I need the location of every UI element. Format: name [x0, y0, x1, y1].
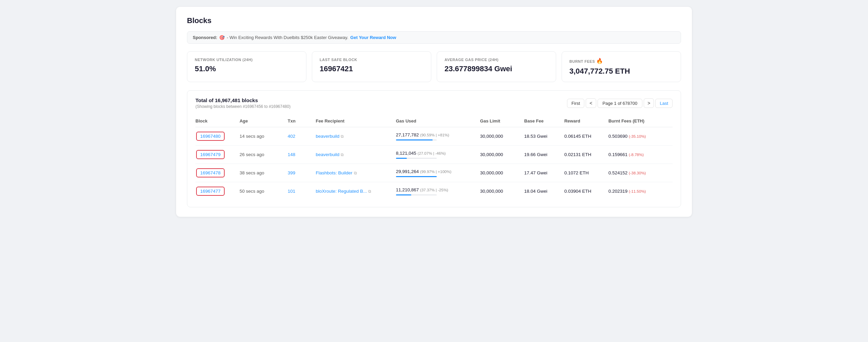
- block-number-link[interactable]: 16967478: [196, 168, 225, 177]
- txn-link[interactable]: 101: [288, 189, 296, 194]
- gas-bar-fill: [396, 176, 437, 177]
- gas-used-main: 8,121,045 (27.07% | -46%): [396, 151, 477, 156]
- table-header-row: Total of 16,967,481 blocks (Showing bloc…: [195, 97, 673, 109]
- burnt-fees-cell: 0.503690 (-35.10%): [608, 127, 673, 146]
- fee-recipient-cell: beaverbuild⧉: [316, 127, 396, 146]
- fee-recipient-cell: Flashbots: Builder⧉: [316, 164, 396, 182]
- stat-label-network: NETWORK UTILIZATION (24H): [195, 58, 299, 62]
- gas-bar-track: [396, 176, 437, 177]
- fee-recipient-link[interactable]: bloXroute: Regulated B...: [316, 189, 367, 194]
- table-row: 1696748014 secs ago402beaverbuild⧉27,177…: [195, 127, 673, 146]
- gas-used-cell: 11,210,867 (37.37% | -25%): [396, 182, 480, 201]
- gas-bar-fill: [396, 139, 433, 140]
- gas-used-main: 29,991,264 (99.97% | +100%): [396, 169, 477, 174]
- gas-used-cell: 27,177,782 (90.59% | +81%): [396, 127, 480, 146]
- base-fee-cell: 18.04 Gwei: [524, 182, 564, 201]
- col-header-reward: Reward: [564, 115, 608, 127]
- sponsored-cta-link[interactable]: Get Your Reward Now: [350, 35, 396, 40]
- table-section: Total of 16,967,481 blocks (Showing bloc…: [187, 90, 681, 207]
- next-page-button[interactable]: >: [644, 98, 654, 108]
- prev-page-button[interactable]: <: [586, 98, 596, 108]
- gas-used-sub: (37.37% | -25%): [420, 188, 448, 192]
- txn-link[interactable]: 399: [288, 170, 296, 175]
- first-page-button[interactable]: First: [567, 99, 584, 108]
- fee-recipient-cell: beaverbuild⧉: [316, 146, 396, 164]
- reward-cell: 0.1072 ETH: [564, 164, 608, 182]
- block-txn-count[interactable]: 399: [288, 164, 316, 182]
- page-title: Blocks: [187, 16, 681, 25]
- stat-value-burnt-fees: 3,047,772.75 ETH: [569, 67, 673, 76]
- stat-value-network: 51.0%: [195, 64, 299, 73]
- sponsored-bar: Sponsored: 🎯 - Win Exciting Rewards With…: [187, 31, 681, 44]
- showing-range-text: (Showing blocks between #16967456 to #16…: [195, 104, 290, 109]
- table-row: 1696747750 secs ago101bloXroute: Regulat…: [195, 182, 673, 201]
- burnt-fees-value: 0.524152: [608, 170, 629, 175]
- block-number-link[interactable]: 16967477: [196, 187, 225, 196]
- gas-limit-cell: 30,000,000: [480, 146, 524, 164]
- stat-value-last-safe: 16967421: [320, 64, 423, 73]
- fee-recipient-link[interactable]: beaverbuild: [316, 134, 339, 139]
- block-number-link[interactable]: 16967480: [196, 132, 225, 141]
- stat-label-burnt-fees: BURNT FEES 🔥: [569, 58, 673, 64]
- reward-cell: 0.06145 ETH: [564, 127, 608, 146]
- txn-link[interactable]: 402: [288, 134, 296, 139]
- table-info: Total of 16,967,481 blocks (Showing bloc…: [195, 97, 290, 109]
- gas-bar-track: [396, 139, 437, 140]
- block-number-cell: 16967479: [195, 146, 240, 164]
- burnt-fees-value: 0.159661: [608, 152, 629, 157]
- block-txn-count[interactable]: 402: [288, 127, 316, 146]
- last-page-button[interactable]: Last: [655, 99, 673, 108]
- gas-used-sub: (27.07% | -46%): [418, 151, 446, 155]
- block-number-cell: 16967480: [195, 127, 240, 146]
- gas-limit-cell: 30,000,000: [480, 164, 524, 182]
- burnt-fees-value: 0.503690: [608, 134, 629, 139]
- col-header-block: Block: [195, 115, 240, 127]
- copy-icon[interactable]: ⧉: [341, 134, 344, 139]
- gas-limit-cell: 30,000,000: [480, 127, 524, 146]
- copy-icon[interactable]: ⧉: [341, 152, 344, 157]
- gas-bar-track: [396, 194, 437, 195]
- burnt-fees-change: (-38.30%): [629, 171, 646, 175]
- block-txn-count[interactable]: 101: [288, 182, 316, 201]
- block-txn-count[interactable]: 148: [288, 146, 316, 164]
- burnt-fees-change: (-35.10%): [629, 134, 646, 138]
- total-blocks-text: Total of 16,967,481 blocks: [195, 97, 290, 103]
- gas-used-cell: 8,121,045 (27.07% | -46%): [396, 146, 480, 164]
- col-header-gas-used: Gas Used: [396, 115, 480, 127]
- block-number-cell: 16967477: [195, 182, 240, 201]
- stat-card-burnt-fees: BURNT FEES 🔥 3,047,772.75 ETH: [562, 51, 681, 82]
- base-fee-cell: 18.53 Gwei: [524, 127, 564, 146]
- col-header-burnt-fees: Burnt Fees (ETH): [608, 115, 673, 127]
- col-header-fee-recipient: Fee Recipient: [316, 115, 396, 127]
- burnt-fees-change: (-8.78%): [629, 153, 644, 157]
- col-header-age: Age: [240, 115, 288, 127]
- block-age: 50 secs ago: [240, 182, 288, 201]
- page-info: Page 1 of 678700: [598, 99, 643, 108]
- reward-cell: 0.03904 ETH: [564, 182, 608, 201]
- main-container: Blocks Sponsored: 🎯 - Win Exciting Rewar…: [176, 7, 692, 217]
- txn-link[interactable]: 148: [288, 152, 296, 157]
- copy-icon[interactable]: ⧉: [368, 189, 371, 194]
- table-row: 1696747926 secs ago148beaverbuild⧉8,121,…: [195, 146, 673, 164]
- stat-value-gas-price: 23.677899834 Gwei: [445, 64, 548, 73]
- fee-recipient-cell: bloXroute: Regulated B...⧉: [316, 182, 396, 201]
- stat-label-last-safe: LAST SAFE BLOCK: [320, 58, 423, 62]
- fire-icon: 🔥: [596, 58, 603, 64]
- burnt-fees-cell: 0.159661 (-8.78%): [608, 146, 673, 164]
- burnt-fees-change: (-11.50%): [629, 189, 646, 193]
- base-fee-cell: 19.66 Gwei: [524, 146, 564, 164]
- col-header-base-fee: Base Fee: [524, 115, 564, 127]
- block-number-link[interactable]: 16967479: [196, 150, 225, 159]
- copy-icon[interactable]: ⧉: [354, 171, 357, 175]
- gas-limit-cell: 30,000,000: [480, 182, 524, 201]
- gas-used-sub: (90.59% | +81%): [420, 133, 449, 137]
- block-age: 38 secs ago: [240, 164, 288, 182]
- stat-card-network: NETWORK UTILIZATION (24H) 51.0%: [187, 51, 306, 82]
- burnt-fees-value: 0.202319: [608, 189, 629, 194]
- pagination: First < Page 1 of 678700 > Last: [567, 98, 673, 108]
- table-row: 1696747838 secs ago399Flashbots: Builder…: [195, 164, 673, 182]
- blocks-table: Block Age Txn Fee Recipient Gas Used Gas…: [195, 115, 673, 200]
- fee-recipient-link[interactable]: beaverbuild: [316, 152, 339, 157]
- stats-grid: NETWORK UTILIZATION (24H) 51.0% LAST SAF…: [187, 51, 681, 82]
- fee-recipient-link[interactable]: Flashbots: Builder: [316, 170, 352, 175]
